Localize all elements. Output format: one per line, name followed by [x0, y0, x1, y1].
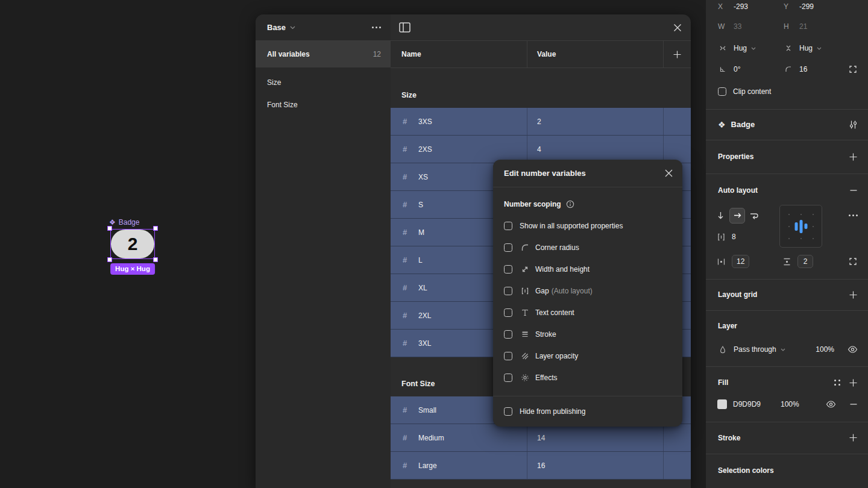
scope-option-layer-opacity[interactable]: Layer opacity	[493, 345, 682, 367]
component-icon: ❖	[109, 219, 116, 226]
y-input[interactable]: -299	[799, 2, 814, 11]
x-input[interactable]: -293	[734, 2, 748, 11]
chevron-down-icon[interactable]	[751, 47, 756, 50]
remove-fill-icon[interactable]	[849, 400, 858, 408]
checkbox[interactable]	[504, 352, 512, 360]
variable-value-cell[interactable]: 16	[527, 452, 663, 479]
scope-option-width-height[interactable]: Width and height	[493, 258, 682, 280]
chevron-down-icon[interactable]	[290, 26, 295, 30]
rotation-input[interactable]: 0°	[734, 65, 740, 74]
gap-icon	[520, 287, 530, 295]
add-stroke-icon[interactable]	[849, 433, 858, 442]
number-variable-icon: #	[403, 255, 410, 264]
vertical-sizing-icon	[784, 44, 793, 52]
remove-auto-layout-icon[interactable]	[849, 186, 858, 195]
variable-value-cell[interactable]: 2	[527, 108, 663, 135]
number-variable-icon: #	[403, 145, 410, 154]
text-content-icon	[520, 308, 530, 317]
chevron-down-icon[interactable]	[817, 47, 822, 50]
checkbox[interactable]	[504, 330, 512, 339]
chevron-down-icon[interactable]	[781, 348, 785, 351]
checkbox[interactable]	[504, 374, 512, 382]
auto-layout-menu-icon[interactable]	[849, 214, 858, 216]
variable-value-cell[interactable]: 14	[527, 424, 663, 451]
close-icon[interactable]	[673, 23, 682, 32]
resize-handle-top-left[interactable]	[107, 226, 112, 231]
direction-vertical-icon[interactable]	[716, 211, 725, 220]
component-icon: ❖	[718, 120, 726, 130]
sidebar-item-all-variables[interactable]: All variables 12	[256, 41, 391, 67]
column-header-name[interactable]: Name	[391, 41, 527, 67]
direction-wrap-icon[interactable]	[749, 211, 759, 220]
clip-content-row[interactable]: Clip content	[706, 84, 868, 99]
scope-option-effects[interactable]: Effects	[493, 367, 682, 389]
number-scoping-heading: Number scoping	[493, 193, 682, 215]
scope-option-gap[interactable]: Gap (Auto layout)	[493, 280, 682, 302]
layer-opacity-input[interactable]: 100%	[816, 345, 834, 354]
styles-icon[interactable]	[834, 380, 840, 386]
collection-name[interactable]: Base	[267, 23, 286, 32]
variable-value-cell[interactable]: 4	[527, 136, 663, 163]
variable-row-medium[interactable]: #Medium 14	[391, 424, 691, 452]
layer-header: Layer	[706, 314, 868, 338]
component-settings-icon[interactable]	[849, 120, 858, 130]
vertical-padding-input[interactable]: 2	[797, 255, 813, 268]
size-hint-badge: Hug × Hug	[110, 263, 155, 275]
corner-radius-input[interactable]: 16	[799, 65, 807, 74]
sizing-row: Hug Hug	[706, 40, 868, 57]
add-variable-button[interactable]	[663, 41, 691, 67]
clip-content-checkbox[interactable]	[718, 87, 726, 96]
w-input[interactable]: 33	[734, 22, 741, 31]
blend-mode-dropdown[interactable]: Pass through	[734, 345, 776, 354]
checkbox[interactable]	[504, 243, 512, 252]
position-xy-row: X-293 Y-299	[706, 0, 868, 13]
panel-toggle-icon[interactable]	[399, 22, 410, 33]
checkbox[interactable]	[504, 407, 512, 416]
fill-hex-input[interactable]: D9D9D9	[733, 400, 761, 408]
alignment-widget[interactable]	[779, 205, 822, 248]
checkbox[interactable]	[504, 222, 512, 230]
horizontal-sizing-dropdown[interactable]: Hug	[734, 44, 747, 52]
variable-row-large[interactable]: #Large 16	[391, 452, 691, 480]
independent-padding-icon[interactable]	[848, 257, 858, 266]
checkbox[interactable]	[504, 287, 512, 295]
direction-horizontal-selected[interactable]	[729, 208, 745, 224]
eye-icon[interactable]	[848, 346, 858, 353]
horizontal-padding-input[interactable]: 12	[732, 255, 749, 268]
column-header-value[interactable]: Value	[527, 41, 663, 67]
sidebar-item-size[interactable]: Size	[256, 71, 391, 93]
option-label: Effects	[535, 374, 557, 382]
collection-menu-icon[interactable]	[372, 27, 381, 28]
checkbox[interactable]	[504, 308, 512, 317]
number-variable-icon: #	[403, 228, 410, 237]
info-icon[interactable]	[566, 200, 574, 208]
fill-opacity-input[interactable]: 100%	[781, 400, 799, 408]
independent-corners-icon[interactable]	[848, 64, 858, 74]
add-layout-grid-icon[interactable]	[849, 290, 858, 299]
scope-option-text-content[interactable]: Text content	[493, 302, 682, 324]
eye-icon[interactable]	[826, 401, 836, 408]
gap-input[interactable]: 8	[732, 233, 736, 241]
sidebar-item-font-size[interactable]: Font Size	[256, 93, 391, 116]
resize-handle-bottom-right[interactable]	[153, 257, 158, 262]
scope-option-all-properties[interactable]: Show in all supported properties	[493, 215, 682, 237]
close-icon[interactable]	[665, 169, 673, 177]
number-variable-icon: #	[403, 172, 410, 181]
variable-row-3xs[interactable]: #3XS 2	[391, 108, 691, 136]
fill-color-swatch[interactable]	[717, 399, 727, 409]
resize-handle-bottom-left[interactable]	[107, 257, 112, 262]
auto-layout-heading: Auto layout	[718, 186, 758, 195]
component-label[interactable]: ❖ Badge	[109, 218, 139, 227]
checkbox[interactable]	[504, 265, 512, 274]
vertical-sizing-dropdown[interactable]: Hug	[799, 44, 813, 52]
properties-heading: Properties	[718, 152, 753, 161]
resize-handle-top-right[interactable]	[153, 226, 158, 231]
scope-option-corner-radius[interactable]: Corner radius	[493, 237, 682, 258]
scope-option-stroke[interactable]: Stroke	[493, 324, 682, 345]
all-variables-count: 12	[373, 50, 381, 58]
add-property-icon[interactable]	[849, 152, 858, 161]
hide-from-publishing-option[interactable]: Hide from publishing	[493, 396, 682, 426]
add-fill-icon[interactable]	[849, 378, 858, 387]
h-input[interactable]: 21	[799, 22, 807, 31]
canvas-selection[interactable]: ❖ Badge 2 Hug × Hug	[110, 229, 155, 259]
